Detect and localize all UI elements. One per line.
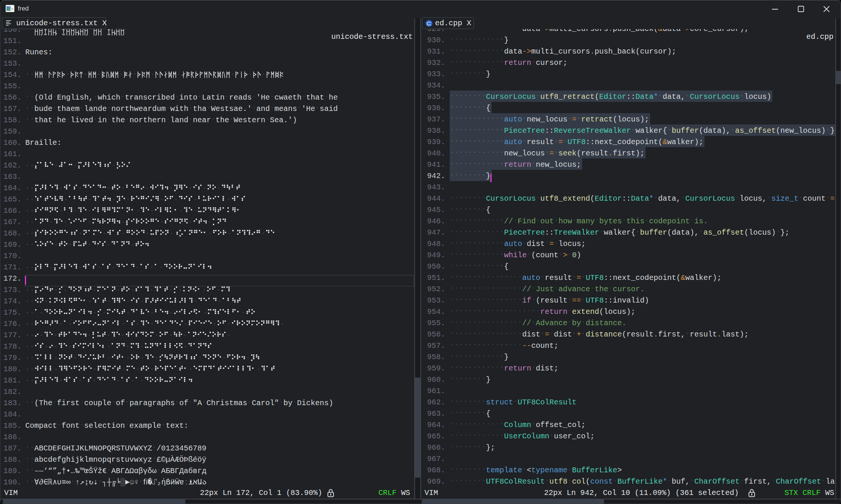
svg-text:+: + [430,23,432,27]
